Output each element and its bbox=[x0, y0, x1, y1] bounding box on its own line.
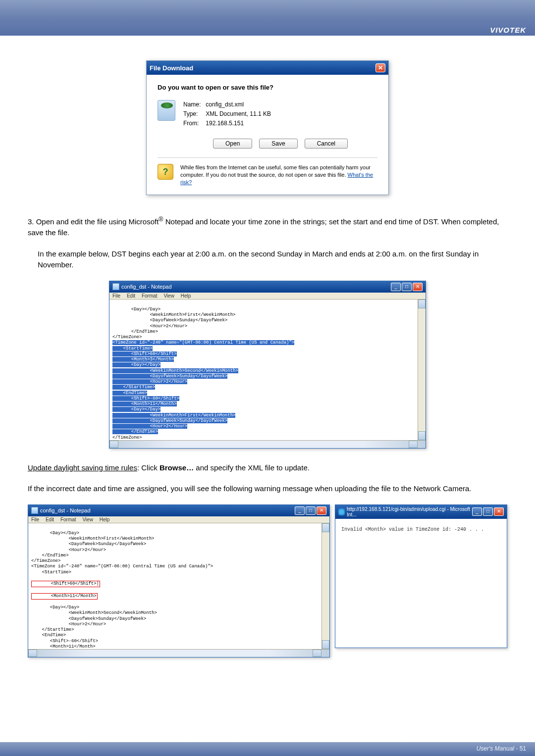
dialog-warning: While files from the Internet can be use… bbox=[158, 164, 377, 187]
notepad-title-text: config_dst - Notepad bbox=[121, 284, 172, 290]
maximize-icon[interactable]: □ bbox=[402, 283, 412, 291]
brand-label: VIVOTEK bbox=[490, 26, 526, 34]
notepad-icon bbox=[31, 507, 38, 514]
file-meta: Name: config_dst.xml Type: XML Document,… bbox=[183, 100, 271, 129]
menu-edit[interactable]: Edit bbox=[127, 293, 135, 299]
notepad-icon bbox=[112, 283, 119, 290]
from-value: 192.168.5.151 bbox=[206, 120, 244, 127]
dialog-title: File Download bbox=[150, 64, 193, 72]
minimize-icon[interactable]: _ bbox=[472, 507, 482, 516]
update-rules-text: Update daylight saving time rules: Click… bbox=[28, 462, 507, 474]
notepad-content[interactable]: <Day></Day> <WeekinMonth>First</WeekinMo… bbox=[109, 300, 426, 448]
menu-view[interactable]: View bbox=[82, 517, 93, 522]
notepad-titlebar: config_dst - Notepad _ □ ✕ bbox=[109, 281, 426, 293]
menu-help[interactable]: Help bbox=[100, 517, 110, 522]
page-header: VIVOTEK bbox=[0, 0, 535, 36]
two-panel: config_dst - Notepad _ □ ✕ File Edit For… bbox=[28, 504, 507, 657]
dialog-buttons: Open Save Cancel bbox=[183, 139, 377, 149]
horizontal-scrollbar[interactable] bbox=[28, 649, 329, 657]
menu-file[interactable]: File bbox=[112, 293, 120, 299]
dialog-titlebar: File Download ✕ bbox=[147, 61, 388, 75]
notepad-window-1: config_dst - Notepad _ □ ✕ File Edit For… bbox=[109, 281, 426, 449]
notepad-menu: File Edit Format View Help bbox=[28, 516, 329, 523]
dialog-body: Do you want to open or save this file? N… bbox=[147, 75, 388, 195]
notepad-window-2: config_dst - Notepad _ □ ✕ File Edit For… bbox=[28, 504, 330, 657]
minimize-icon[interactable]: _ bbox=[295, 506, 305, 515]
notepad-menu: File Edit Format View Help bbox=[109, 293, 426, 300]
save-button[interactable]: Save bbox=[259, 139, 297, 149]
file-download-dialog: File Download ✕ Do you want to open or s… bbox=[146, 60, 389, 195]
open-button[interactable]: Open bbox=[213, 139, 252, 149]
ie-window: http://192.168.5.121/cgi-bin/admin/uploa… bbox=[335, 504, 507, 648]
ie-body: Invalid <Month> value in TimeZone id: -2… bbox=[335, 519, 507, 648]
ie-icon bbox=[338, 508, 345, 515]
ie-title-text: http://192.168.5.121/cgi-bin/admin/uploa… bbox=[347, 506, 472, 517]
ie-titlebar: http://192.168.5.121/cgi-bin/admin/uploa… bbox=[335, 505, 507, 519]
horizontal-scrollbar[interactable] bbox=[109, 440, 426, 448]
vertical-scrollbar[interactable] bbox=[321, 523, 329, 649]
menu-file[interactable]: File bbox=[31, 517, 39, 522]
menu-format[interactable]: Format bbox=[60, 517, 76, 522]
page-number: 51 bbox=[520, 745, 526, 752]
maximize-icon[interactable]: □ bbox=[306, 506, 316, 515]
from-label: From: bbox=[183, 119, 204, 128]
incorrect-warning-text: If the incorrect date and time are assig… bbox=[28, 483, 507, 495]
file-info: Name: config_dst.xml Type: XML Document,… bbox=[158, 100, 377, 129]
close-icon[interactable]: ✕ bbox=[375, 63, 385, 72]
xml-file-icon bbox=[158, 100, 175, 121]
footer-label: User's Manual - bbox=[477, 745, 520, 752]
name-label: Name: bbox=[183, 100, 204, 109]
ie-error-message: Invalid <Month> value in TimeZone id: -2… bbox=[341, 527, 501, 532]
warning-icon bbox=[158, 164, 173, 180]
close-icon[interactable]: ✕ bbox=[494, 507, 504, 516]
page-content: File Download ✕ Do you want to open or s… bbox=[0, 36, 535, 657]
menu-format[interactable]: Format bbox=[142, 293, 158, 299]
type-label: Type: bbox=[183, 109, 204, 119]
close-icon[interactable]: ✕ bbox=[317, 506, 326, 515]
close-icon[interactable]: ✕ bbox=[413, 283, 423, 291]
name-value: config_dst.xml bbox=[206, 101, 244, 108]
notepad-titlebar: config_dst - Notepad _ □ ✕ bbox=[28, 505, 329, 516]
dialog-question: Do you want to open or save this file? bbox=[158, 84, 377, 91]
divider bbox=[158, 157, 377, 158]
cancel-button[interactable]: Cancel bbox=[305, 139, 348, 149]
menu-help[interactable]: Help bbox=[181, 293, 191, 299]
notepad-title-text: config_dst - Notepad bbox=[40, 507, 91, 513]
step3-text: 3. Open and edit the file using Microsof… bbox=[28, 215, 507, 239]
minimize-icon[interactable]: _ bbox=[391, 283, 401, 291]
vertical-scrollbar[interactable] bbox=[418, 300, 426, 440]
maximize-icon[interactable]: □ bbox=[483, 507, 493, 516]
menu-edit[interactable]: Edit bbox=[46, 517, 54, 522]
warning-text: While files from the Internet can be use… bbox=[180, 164, 377, 187]
notepad-content[interactable]: <Day></Day> <WeekinMonth>First</WeekinMo… bbox=[28, 523, 329, 657]
menu-view[interactable]: View bbox=[163, 293, 174, 299]
type-value: XML Document, 11.1 KB bbox=[206, 110, 271, 117]
example-text: In the example below, DST begins each ye… bbox=[38, 249, 507, 271]
page-footer: User's Manual - 51 bbox=[0, 742, 535, 756]
